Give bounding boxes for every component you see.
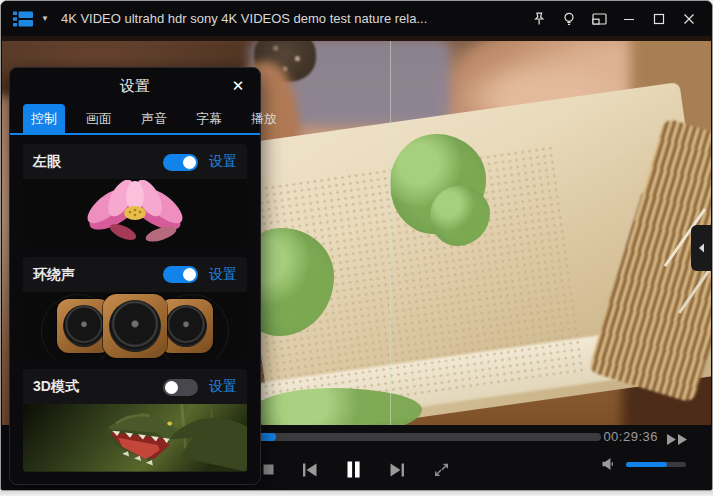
next-track-icon (389, 462, 406, 478)
setting-card-3d-mode: 3D模式 设置 (23, 369, 247, 472)
time-display: 00:29:36 (603, 429, 658, 444)
setting-card-left-eye: 左眼 设置 (23, 144, 247, 247)
card-header: 环绕声 设置 (23, 257, 247, 288)
minimize-button[interactable] (614, 4, 644, 34)
maximize-icon (652, 12, 666, 26)
app-logo-film-icon[interactable] (13, 11, 33, 27)
pause-icon (345, 461, 362, 478)
speakers-image (23, 292, 247, 360)
tab-control[interactable]: 控制 (23, 104, 65, 133)
player-window: ▼ 4K VIDEO ultrahd hdr sony 4K VIDEOS de… (0, 0, 713, 491)
left-eye-settings-link[interactable]: 设置 (209, 153, 237, 171)
volume-control (601, 456, 686, 472)
card-label: 环绕声 (33, 266, 75, 284)
volume-slider-fill (626, 462, 667, 467)
desktop-edge (0, 491, 713, 496)
settings-tabs: 控制 画面 声音 字幕 播放 (10, 104, 260, 135)
toggle-knob (183, 268, 196, 281)
card-header: 左眼 设置 (23, 144, 247, 175)
tab-subtitle[interactable]: 字幕 (188, 104, 230, 133)
next-button[interactable] (389, 462, 406, 478)
video-scene-layer (390, 36, 391, 427)
fullscreen-expand-icon (433, 461, 450, 478)
video-scene-layer (2, 36, 711, 41)
volume-slider[interactable] (626, 462, 686, 467)
tab-playback[interactable]: 播放 (243, 104, 285, 133)
minimize-icon (622, 12, 636, 26)
lightbulb-icon (561, 11, 577, 27)
video-scene-layer (252, 388, 422, 427)
playback-controls (263, 461, 450, 478)
stop-icon (263, 464, 274, 475)
maximize-button[interactable] (644, 4, 674, 34)
titlebar[interactable]: ▼ 4K VIDEO ultrahd hdr sony 4K VIDEOS de… (1, 1, 712, 36)
settings-close-button[interactable]: ✕ (229, 77, 247, 95)
light-off-button[interactable] (554, 4, 584, 34)
fast-forward-button[interactable] (666, 432, 690, 450)
desktop: ▼ 4K VIDEO ultrahd hdr sony 4K VIDEOS de… (0, 0, 713, 496)
speaker-right (159, 299, 213, 353)
fullscreen-button[interactable] (433, 461, 450, 478)
close-icon (682, 12, 696, 26)
lotus-flower-image (23, 179, 247, 247)
stop-button[interactable] (263, 464, 274, 475)
surround-settings-link[interactable]: 设置 (209, 266, 237, 284)
main-menu-caret-icon[interactable]: ▼ (41, 14, 49, 23)
toggle-knob (165, 381, 178, 394)
card-label: 3D模式 (33, 378, 79, 396)
settings-panel-header: 设置 ✕ (10, 68, 260, 104)
settings-panel-title: 设置 (120, 77, 150, 96)
dinosaur-image (23, 404, 247, 472)
pin-icon (531, 11, 547, 27)
previous-button[interactable] (301, 462, 318, 478)
pin-on-top-button[interactable] (524, 4, 554, 34)
previous-track-icon (301, 462, 318, 478)
3d-mode-settings-link[interactable]: 设置 (209, 378, 237, 396)
chevron-left-icon (698, 243, 705, 253)
seek-bar[interactable] (252, 433, 601, 441)
tab-sound[interactable]: 声音 (133, 104, 175, 133)
close-button[interactable] (674, 4, 704, 34)
playlist-collapse-tab[interactable] (691, 225, 711, 271)
card-label: 左眼 (33, 153, 61, 171)
speaker-center (103, 294, 167, 358)
3d-mode-toggle[interactable] (163, 379, 198, 396)
left-eye-toggle[interactable] (163, 154, 198, 171)
surround-toggle[interactable] (163, 266, 198, 283)
mini-mode-button[interactable] (584, 4, 614, 34)
window-title: 4K VIDEO ultrahd hdr sony 4K VIDEOS demo… (61, 11, 524, 26)
settings-panel: 设置 ✕ 控制 画面 声音 字幕 播放 左眼 设置 (9, 67, 261, 485)
fast-forward-icon (666, 433, 690, 446)
setting-card-surround: 环绕声 设置 (23, 257, 247, 360)
card-header: 3D模式 设置 (23, 369, 247, 400)
speaker-icon[interactable] (601, 456, 617, 472)
settings-panel-body: 左眼 设置 (10, 135, 260, 484)
picture-in-picture-icon (591, 11, 608, 27)
toggle-knob (183, 156, 196, 169)
tab-picture[interactable]: 画面 (78, 104, 120, 133)
pause-button[interactable] (345, 461, 362, 478)
